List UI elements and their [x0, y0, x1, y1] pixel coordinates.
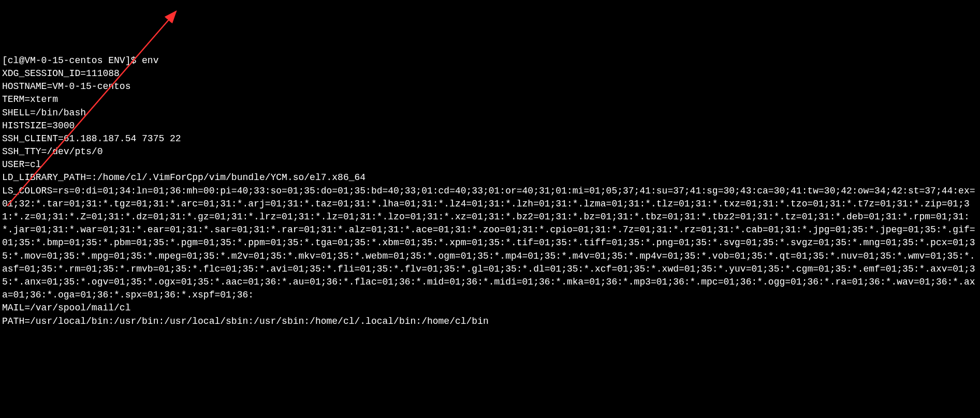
env-line: TERM=xterm: [2, 93, 978, 106]
env-line: HOSTNAME=VM-0-15-centos: [2, 80, 978, 93]
env-line: SSH_TTY=/dev/pts/0: [2, 145, 978, 158]
env-line: LD_LIBRARY_PATH=:/home/cl/.VimForCpp/vim…: [2, 171, 978, 184]
terminal-output[interactable]: [cl@VM-0-15-centos ENV]$ envXDG_SESSION_…: [2, 54, 978, 328]
env-line: SSH_CLIENT=61.188.187.54 7375 22: [2, 132, 978, 145]
env-line: SHELL=/bin/bash: [2, 107, 978, 120]
prompt-line: [cl@VM-0-15-centos ENV]$ env: [2, 54, 978, 67]
typed-command: env: [142, 55, 158, 66]
env-line: USER=cl: [2, 158, 978, 171]
env-line: PATH=/usr/local/bin:/usr/bin:/usr/local/…: [2, 315, 978, 328]
env-line: XDG_SESSION_ID=111088: [2, 67, 978, 80]
env-line: LS_COLORS=rs=0:di=01;34:ln=01;36:mh=00:p…: [2, 185, 978, 302]
env-line: MAIL=/var/spool/mail/cl: [2, 302, 978, 315]
env-line: HISTSIZE=3000: [2, 120, 978, 132]
shell-prompt: [cl@VM-0-15-centos ENV]$: [2, 55, 142, 66]
